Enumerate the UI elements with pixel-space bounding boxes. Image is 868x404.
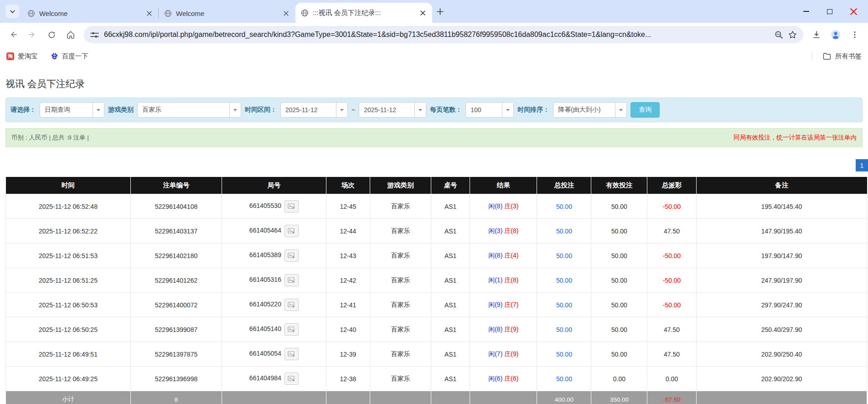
globe-icon: [164, 10, 172, 17]
cell-session: 12-40: [326, 317, 370, 342]
total-bet-link[interactable]: 50.00: [556, 228, 572, 235]
game-type-value: 百家乐: [138, 106, 229, 114]
forward-button[interactable]: [24, 26, 41, 43]
cell-total-bet: 50.00: [537, 293, 591, 317]
date-from-value: 2025-11-12: [281, 106, 336, 114]
result-player: 闲(7): [488, 350, 502, 357]
cell-table-no: AS1: [431, 293, 470, 317]
result-banker: 庄(8): [504, 276, 518, 284]
new-tab-button[interactable]: [432, 4, 448, 19]
table-row: 2025-11-12 06:51:53 522961402180 6614053…: [6, 243, 867, 268]
total-bet-link[interactable]: 50.00: [556, 252, 572, 259]
cell-valid-bet: 50.00: [591, 317, 647, 342]
reload-icon: [47, 31, 56, 39]
cell-result: 闲(9) 庄(7): [470, 293, 537, 317]
total-bet-link[interactable]: 50.00: [556, 375, 572, 383]
col-session: 场次: [326, 177, 370, 194]
cell-time: 2025-11-12 06:51:25: [6, 268, 131, 293]
video-preview-button[interactable]: [284, 274, 299, 286]
cell-bet-id: 522961399087: [130, 317, 222, 342]
address-bar[interactable]: 66cxkj98.com/ipl/portal.php/game/betreco…: [84, 26, 803, 43]
range-tilde: ~: [351, 106, 355, 114]
cell-game-type: 百家乐: [370, 268, 431, 293]
cell-table-no: AS1: [431, 342, 470, 367]
video-preview-button[interactable]: [284, 348, 299, 360]
bookmark-taobao[interactable]: 淘 爱淘宝: [6, 52, 38, 61]
minimize-icon: [803, 11, 809, 12]
cell-bet-id: 522961404108: [130, 194, 222, 219]
sort-select[interactable]: 降幂(由大到小): [553, 102, 627, 118]
tab-close-icon[interactable]: [145, 9, 153, 17]
per-page-value: 100: [466, 106, 502, 114]
table-row: 2025-11-12 06:49:25 522961396998 6614049…: [6, 367, 867, 391]
cell-session: 12-45: [326, 194, 370, 219]
game-type-select[interactable]: 百家乐: [137, 102, 241, 118]
search-button[interactable]: 查询: [630, 102, 660, 118]
date-from-select[interactable]: 2025-11-12: [280, 102, 348, 118]
plus-icon: [437, 8, 444, 15]
video-preview-button[interactable]: [284, 200, 299, 212]
subtotal-payout: -57.50: [647, 391, 697, 404]
cell-session: 12-43: [326, 243, 370, 268]
cell-time: 2025-11-12 06:51:53: [6, 243, 131, 268]
cell-valid-bet: 50.00: [591, 194, 647, 219]
valid-bet-note-text: 同局有效投注，统一计算在该局第一张注单内: [734, 134, 857, 142]
video-preview-button[interactable]: [284, 323, 299, 336]
result-banker: 庄(6): [504, 375, 518, 382]
video-preview-button[interactable]: [284, 225, 299, 237]
page-1-button[interactable]: 1: [856, 159, 868, 171]
cell-valid-bet: 50.00: [591, 268, 647, 293]
query-type-value: 日期查询: [40, 106, 93, 114]
cell-bet-id: 522961397875: [130, 342, 222, 367]
col-payout: 总派彩: [647, 177, 697, 194]
video-preview-button[interactable]: [284, 249, 299, 262]
bookmark-star-icon[interactable]: [788, 31, 797, 39]
date-to-select[interactable]: 2025-11-12: [359, 102, 426, 118]
site-info-icon: [90, 31, 99, 38]
total-bet-link[interactable]: 50.00: [556, 203, 572, 210]
downloads-button[interactable]: [808, 26, 825, 43]
video-preview-button[interactable]: [284, 299, 299, 311]
bookmarks-bar: 淘 爱淘宝 百度一下 所有书签: [0, 47, 868, 66]
zoom-icon[interactable]: [775, 31, 783, 39]
maximize-button[interactable]: [818, 0, 842, 23]
tab-welcome-2[interactable]: Welcome: [159, 4, 295, 23]
filter-bar: 请选择： 日期查询 游戏类别 百家乐 时间区间： 2025-11-12 ~ 20…: [5, 98, 863, 122]
profile-button[interactable]: [827, 26, 844, 43]
back-button[interactable]: [5, 26, 22, 43]
bookmark-baidu[interactable]: 百度一下: [51, 52, 88, 61]
cell-total-bet: 50.00: [537, 243, 591, 268]
tab-close-icon[interactable]: [418, 9, 427, 17]
all-bookmarks[interactable]: 所有书签: [812, 52, 862, 61]
cell-table-no: AS1: [431, 268, 470, 293]
close-window-button[interactable]: [842, 0, 865, 23]
home-button[interactable]: [62, 26, 79, 43]
cell-payout: 0.00: [647, 367, 697, 391]
cell-round-id: 661405140: [222, 317, 326, 342]
reload-button[interactable]: [43, 26, 60, 43]
minimize-button[interactable]: [794, 0, 818, 23]
chevron-down-icon: [10, 9, 16, 15]
cell-total-bet: 50.00: [537, 317, 591, 342]
total-bet-link[interactable]: 50.00: [556, 301, 572, 309]
total-bet-link[interactable]: 50.00: [556, 351, 572, 358]
total-bet-link[interactable]: 50.00: [556, 277, 572, 284]
tab-betrecord[interactable]: :::视讯 会员下注纪录:::: [295, 3, 432, 23]
tab-search-button[interactable]: [5, 5, 19, 18]
cell-round-id: 661405389: [222, 243, 326, 268]
per-page-select[interactable]: 100: [465, 102, 514, 118]
cell-table-no: AS1: [431, 367, 470, 391]
browser-menu-button[interactable]: [846, 26, 863, 43]
query-type-select[interactable]: 日期查询: [40, 102, 104, 118]
tab-close-icon[interactable]: [282, 9, 290, 17]
cell-note: 247.90/197.90: [696, 268, 867, 293]
bookmark-label: 爱淘宝: [18, 52, 38, 61]
game-type-label: 游戏类别: [108, 106, 134, 114]
tab-welcome-1[interactable]: Welcome: [22, 4, 159, 23]
total-bet-link[interactable]: 50.00: [556, 326, 572, 333]
video-preview-button[interactable]: [284, 373, 299, 385]
per-page-label: 每页笔数：: [430, 106, 462, 114]
subtotal-valid-bet: 350.00: [591, 391, 647, 404]
result-player: 闲(8): [488, 202, 502, 210]
video-preview-icon: [288, 376, 295, 382]
